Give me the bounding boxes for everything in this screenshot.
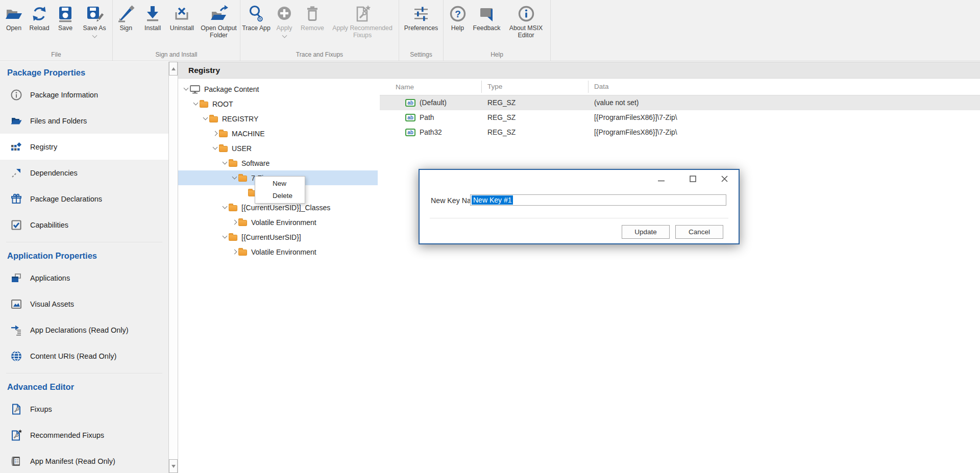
open-output-folder-button[interactable]: Open Output Folder [198, 3, 240, 39]
chevron-down-icon[interactable] [193, 101, 198, 106]
context-menu-item-new[interactable]: New [255, 178, 305, 190]
sidebar-item-content-uris[interactable]: Content URIs (Read Only) [0, 343, 168, 369]
value-name: (Default) [420, 99, 447, 107]
value-data: [{ProgramFilesX86}]\7-Zip\ [588, 129, 980, 136]
ribbon-group-sign-install: Sign Install Uninstall Open Output Folde… [113, 0, 240, 61]
uninstall-button[interactable]: Uninstall [166, 3, 198, 32]
sidebar-item-app-manifest[interactable]: App Manifest (Read Only) [0, 448, 168, 473]
sidebar-item-label: Visual Assets [30, 300, 74, 308]
tree-row-volatile-environment-2[interactable]: Volatile Environment [178, 244, 378, 259]
chevron-right-icon[interactable] [232, 250, 237, 255]
open-button[interactable]: Open [2, 3, 26, 32]
help-button[interactable]: ? Help [446, 3, 470, 32]
tree-row-volatile-environment[interactable]: Volatile Environment [178, 215, 378, 230]
tree-row-registry[interactable]: REGISTRY [178, 111, 378, 126]
sidebar-item-files-and-folders[interactable]: Files and Folders [0, 108, 168, 134]
open-output-folder-icon [209, 4, 229, 23]
sidebar-item-package-information[interactable]: Package Information [0, 82, 168, 108]
table-row[interactable]: Path REG_SZ [{ProgramFilesX86}]\7-Zip\ [380, 110, 980, 125]
tree-node-label: Volatile Environment [251, 218, 316, 227]
chevron-down-icon[interactable] [222, 204, 227, 209]
apply-recommended-fixups-button[interactable]: Apply Recommended Fixups [327, 3, 398, 39]
install-button[interactable]: Install [139, 3, 166, 32]
feedback-button[interactable]: Feedback [470, 3, 504, 32]
image-icon [10, 298, 23, 310]
sidebar-item-recommended-fixups[interactable]: Recommended Fixups [0, 422, 168, 448]
scrollbar-up-arrow[interactable] [169, 62, 178, 76]
gift-box-icon [10, 193, 23, 205]
folder-icon [229, 161, 237, 167]
tree-row-user[interactable]: USER [178, 141, 378, 156]
save-as-button[interactable]: Save As [78, 3, 111, 37]
context-menu-item-delete[interactable]: Delete [255, 190, 305, 202]
chevron-right-icon[interactable] [212, 131, 217, 136]
sidebar-item-label: Capabilities [30, 221, 68, 229]
chevron-down-icon[interactable] [232, 175, 237, 180]
sidebar-item-registry[interactable]: Registry [0, 134, 168, 160]
sidebar-scrollbar[interactable] [168, 62, 178, 473]
cancel-button[interactable]: Cancel [675, 225, 723, 239]
apply-button-label: Apply [277, 25, 292, 32]
app-window-icon [10, 272, 23, 284]
remove-trash-icon [303, 4, 322, 23]
minimize-icon[interactable] [657, 175, 665, 183]
column-header-name[interactable]: Name [380, 83, 481, 91]
value-name: Path32 [420, 129, 442, 136]
save-as-icon [85, 4, 104, 23]
sidebar-item-package-declarations[interactable]: Package Declarations [0, 186, 168, 212]
new-key-name-input[interactable]: New Key #1 [470, 194, 726, 206]
trace-app-button[interactable]: Trace App [241, 3, 271, 32]
tree-row-package-content[interactable]: Package Content [178, 82, 378, 96]
sidebar-item-visual-assets[interactable]: Visual Assets [0, 291, 168, 317]
tree-node-label: [{CurrentUserSID}]_Classes [241, 204, 330, 212]
tree-row-currentusersid[interactable]: [{CurrentUserSID}] [178, 230, 378, 244]
remove-button[interactable]: Remove [298, 3, 327, 32]
globe-icon [10, 350, 23, 362]
chevron-down-icon[interactable] [183, 86, 188, 91]
sidebar-item-label: Applications [30, 274, 70, 282]
sidebar-item-label: Fixups [30, 405, 52, 413]
page-title: Registry [188, 66, 220, 75]
doc-wrench-star-icon [10, 429, 23, 441]
value-type: REG_SZ [481, 114, 588, 121]
value-type: REG_SZ [481, 99, 588, 107]
chevron-right-icon[interactable] [232, 220, 237, 225]
save-button[interactable]: Save [53, 3, 78, 32]
sidebar-navigation: Package Properties Package Information F… [0, 62, 168, 473]
scrollbar-down-arrow[interactable] [169, 459, 178, 473]
preferences-button[interactable]: Preferences [401, 3, 442, 32]
tree-row-software[interactable]: Software [178, 156, 378, 170]
install-button-label: Install [144, 25, 161, 32]
save-as-dropdown-chevron-icon[interactable] [92, 33, 97, 38]
chevron-down-icon[interactable] [203, 115, 208, 120]
chevron-down-icon[interactable] [212, 145, 217, 150]
column-header-data[interactable]: Data [588, 81, 980, 93]
about-msix-editor-button[interactable]: About MSIX Editor [504, 3, 549, 39]
sidebar-item-dependencies[interactable]: Dependencies [0, 160, 168, 186]
apply-button[interactable]: Apply [271, 3, 298, 37]
folder-icon [229, 205, 237, 211]
open-output-folder-button-label: Open Output Folder [198, 25, 240, 39]
table-row[interactable]: (Default) REG_SZ (value not set) [380, 95, 980, 110]
maximize-icon[interactable] [689, 175, 697, 183]
value-name: Path [420, 114, 434, 121]
chevron-down-icon[interactable] [222, 160, 227, 165]
sidebar-item-app-declarations[interactable]: App Declarations (Read Only) [0, 317, 168, 343]
apply-dropdown-chevron-icon[interactable] [282, 33, 287, 38]
update-button[interactable]: Update [622, 225, 670, 239]
table-row[interactable]: Path32 REG_SZ [{ProgramFilesX86}]\7-Zip\ [380, 125, 980, 140]
chevron-down-icon[interactable] [222, 234, 227, 239]
ribbon-group-settings: Preferences Settings [399, 0, 444, 61]
tree-row-root[interactable]: ROOT [178, 96, 378, 111]
column-header-type[interactable]: Type [481, 81, 588, 93]
close-icon[interactable] [721, 175, 728, 183]
reload-button[interactable]: Reload [26, 3, 53, 32]
tree-row-machine[interactable]: MACHINE [178, 126, 378, 141]
sidebar-item-capabilities[interactable]: Capabilities [0, 212, 168, 238]
value-data: (value not set) [588, 99, 980, 107]
sign-button[interactable]: Sign [113, 3, 139, 32]
sign-button-label: Sign [119, 25, 132, 32]
sidebar-item-fixups[interactable]: Fixups [0, 396, 168, 422]
monitor-icon [190, 85, 200, 94]
sidebar-item-applications[interactable]: Applications [0, 265, 168, 291]
